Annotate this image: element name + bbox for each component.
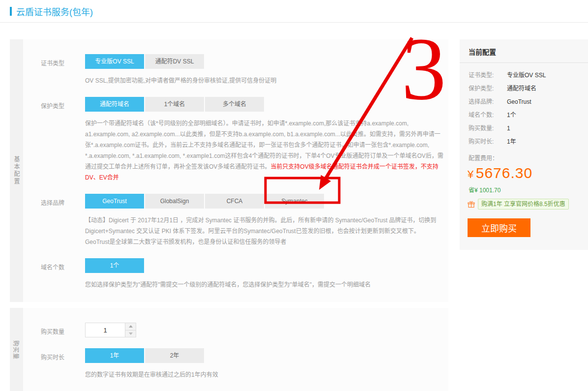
config-value: 通配符域名 <box>507 82 536 95</box>
promo-badge: 购满1年 立享官网价格8.5折优惠 <box>478 199 569 210</box>
price-amount: 5676.30 <box>476 165 532 181</box>
brand-label: 选择品牌 <box>41 194 85 247</box>
purchase-side-strip: 购买量 <box>10 308 23 391</box>
config-value: 1年 <box>507 135 516 149</box>
row-cert-type: 证书类型 专业版OV SSL 通配符DV SSL OV SSL,提供加密功能,对… <box>41 54 448 86</box>
chevron-up-icon <box>129 325 133 328</box>
cert-type-options: 专业版OV SSL 通配符DV SSL <box>85 54 443 69</box>
row-protect-type: 保护类型 通配符域名 1个域名 多个域名 保护一个带通配符域名（该*号同级别的全… <box>41 97 448 183</box>
basic-config-side-label: 基本配置 <box>12 156 21 185</box>
config-label: 选择品牌: <box>469 95 507 109</box>
domain-count-desc: 您如选择保护类型为"通配符"需提交一个级别的通配符域名，您选择保护类型为"单域名… <box>85 279 443 290</box>
duration-label: 购买时长 <box>41 348 85 380</box>
row-brand: 选择品牌 GeoTrust GlobalSign CFCA Symantec 【… <box>41 194 448 247</box>
brand-option-geotrust[interactable]: GeoTrust <box>85 194 144 209</box>
domain-count-options: 1个 <box>85 258 443 273</box>
duration-option-1year[interactable]: 1年 <box>85 348 144 363</box>
buy-now-button[interactable]: 立即购买 <box>468 218 530 237</box>
config-row-quantity: 购买数量: 1 <box>460 122 588 135</box>
row-duration: 购买时长 1年 2年 您的数字证书有效期是在审核通过之后的1年内有效 <box>41 348 448 380</box>
config-value: 1个 <box>507 109 516 122</box>
config-label: 证书类型: <box>469 69 507 82</box>
protect-type-desc: 保护一个带通配符域名（该*号同级别的全部明细域名）。申请证书时，如申请*.exa… <box>85 118 443 183</box>
config-value: 1 <box>507 122 510 135</box>
brand-desc-news: 【动态】Digicert 于 2017年12月1日 ，完成对 Symantec … <box>85 217 436 235</box>
domain-count-option-1[interactable]: 1个 <box>85 258 144 273</box>
cert-type-option-dv-ssl[interactable]: 通配符DV SSL <box>145 54 204 69</box>
brand-option-symantec[interactable]: Symantec <box>265 194 324 209</box>
cert-type-desc: OV SSL,提供加密功能,对申请者做严格的身份审核验证,提供可信身份证明 <box>85 75 443 86</box>
cert-type-option-ov-ssl[interactable]: 专业版OV SSL <box>85 54 144 69</box>
gift-icon <box>468 201 475 208</box>
config-label: 域名个数: <box>469 109 507 122</box>
basic-config-side-strip: 基本配置 <box>10 39 23 302</box>
protect-type-options: 通配符域名 1个域名 多个域名 <box>85 97 443 112</box>
page-title: 云盾证书服务(包年) <box>16 5 93 18</box>
domain-count-label: 域名个数 <box>41 258 85 290</box>
protect-type-desc-text: 保护一个带通配符域名（该*号同级别的全部明细域名）。申请证书时，如申请*.exa… <box>85 120 443 170</box>
quantity-decrease-button[interactable] <box>125 331 136 338</box>
price-currency: ¥ <box>468 168 473 180</box>
cert-type-label: 证书类型 <box>41 54 85 86</box>
promo-row: 购满1年 立享官网价格8.5折优惠 <box>460 194 588 210</box>
savings-text: 省¥ 1001.70 <box>460 181 588 194</box>
basic-config-content: 证书类型 专业版OV SSL 通配符DV SSL OV SSL,提供加密功能,对… <box>23 39 448 302</box>
config-label: 购买数量: <box>469 122 507 135</box>
current-config-title: 当前配置 <box>460 39 588 63</box>
quantity-stepper <box>125 323 136 337</box>
quantity-input[interactable] <box>85 323 125 337</box>
brand-option-globalsign[interactable]: GlobalSign <box>145 194 204 209</box>
duration-option-2year[interactable]: 2年 <box>145 348 204 363</box>
chevron-down-icon <box>129 332 133 335</box>
duration-options: 1年 2年 <box>85 348 443 363</box>
config-label: 购买时长: <box>469 135 507 149</box>
title-accent-bar <box>10 7 12 16</box>
quantity-label: 购买数量 <box>41 323 85 337</box>
protect-type-option-single[interactable]: 1个域名 <box>145 97 204 112</box>
config-row-domain-count: 域名个数: 1个 <box>460 109 588 122</box>
purchase-side-label: 购买量 <box>12 340 21 360</box>
config-row-protect-type: 保护类型: 通配符域名 <box>460 82 588 95</box>
config-label: 保护类型: <box>469 82 507 95</box>
brand-option-cfca[interactable]: CFCA <box>205 194 264 209</box>
protect-type-option-wildcard[interactable]: 通配符域名 <box>85 97 144 112</box>
config-row-cert-type: 证书类型: 专业版OV SSL <box>460 69 588 82</box>
section-purchase-amount: 购买量 购买数量 购买时长 <box>10 308 448 391</box>
brand-desc-geotrust: GeoTrust是全球第二大数字证书颁发机构，也是身份认证和信任服务的领导者 <box>85 239 287 245</box>
purchase-form: 基本配置 证书类型 专业版OV SSL 通配符DV SSL OV SSL,提供加… <box>10 39 448 391</box>
brand-options: GeoTrust GlobalSign CFCA Symantec <box>85 194 443 209</box>
row-quantity: 购买数量 <box>41 323 448 337</box>
purchase-content: 购买数量 购买时长 1年 2年 <box>23 308 448 391</box>
section-basic-config: 基本配置 证书类型 专业版OV SSL 通配符DV SSL OV SSL,提供加… <box>10 39 448 302</box>
protect-type-label: 保护类型 <box>41 97 85 183</box>
config-value: GeoTrust <box>507 95 531 109</box>
config-value: 专业版OV SSL <box>507 69 546 82</box>
page-header: 云盾证书服务(包年) <box>0 0 588 23</box>
protect-type-option-multi[interactable]: 多个域名 <box>205 97 264 112</box>
total-price: ¥ 5676.30 <box>460 162 588 181</box>
duration-desc: 您的数字证书有效期是在审核通过之后的1年内有效 <box>85 369 443 380</box>
config-row-duration: 购买时长: 1年 <box>460 135 588 149</box>
brand-desc: 【动态】Digicert 于 2017年12月1日 ，完成对 Symantec … <box>85 215 443 247</box>
config-row-brand: 选择品牌: GeoTrust <box>460 95 588 109</box>
row-domain-count: 域名个数 1个 您如选择保护类型为"通配符"需提交一个级别的通配符域名，您选择保… <box>41 258 448 290</box>
fee-label: 配置费用： <box>460 149 588 162</box>
current-config-panel: 当前配置 证书类型: 专业版OV SSL 保护类型: 通配符域名 选择品牌: G… <box>460 39 588 250</box>
quantity-increase-button[interactable] <box>125 323 136 331</box>
